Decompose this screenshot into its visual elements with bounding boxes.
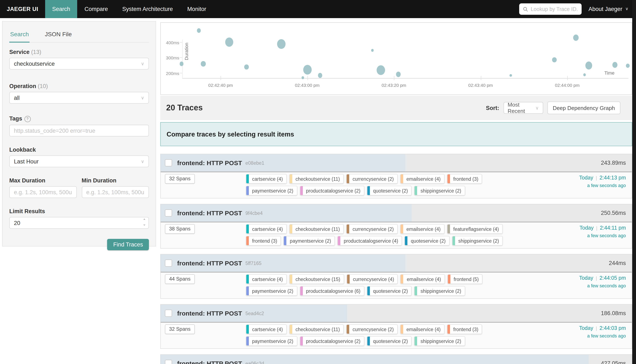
trace-select-checkbox[interactable] (165, 260, 172, 267)
min-duration-input[interactable] (82, 186, 149, 198)
trace-scatter-point[interactable] (201, 61, 206, 67)
trace-card-header[interactable]: frontend: HTTP POST9f4cbe4250.56ms (161, 204, 632, 222)
tags-input[interactable] (9, 125, 149, 136)
trace-scatter-point[interactable] (301, 76, 304, 80)
trace-card-header[interactable]: frontend: HTTP POSTe08ebe1243.89ms (161, 154, 632, 172)
results-column: Duration Time 400ms300ms200ms02:42:40 pm… (160, 22, 632, 364)
trace-scatter-point[interactable] (244, 64, 249, 70)
trace-scatter-point[interactable] (573, 34, 579, 41)
service-chip[interactable]: currencyservice (2) (346, 174, 398, 184)
service-chip[interactable]: featureflagservice (4) (447, 224, 503, 234)
service-chip[interactable]: frontend (3) (447, 174, 482, 184)
trace-select-checkbox[interactable] (165, 159, 172, 166)
nav-item-compare[interactable]: Compare (77, 0, 115, 18)
trace-scatter-point[interactable] (396, 72, 401, 77)
max-duration-input[interactable] (9, 186, 77, 198)
service-chip[interactable]: cartservice (4) (246, 224, 286, 234)
service-chip[interactable]: paymentservice (2) (283, 236, 335, 246)
service-chip[interactable]: cartservice (4) (246, 174, 286, 184)
trace-id-search-input[interactable]: Lookup by Trace ID... (519, 3, 582, 15)
trace-card-header[interactable]: frontend: HTTP POSTea06c2d427.05ms (161, 355, 632, 364)
scrollbar[interactable] (632, 0, 636, 364)
stepper-down-icon[interactable]: ⌄ (143, 222, 146, 226)
trace-result-card[interactable]: frontend: HTTP POST5ead4c2186.08ms32 Spa… (160, 304, 632, 349)
tab-json-file[interactable]: JSON File (44, 28, 73, 42)
service-chip[interactable]: frontend (3) (447, 324, 482, 334)
service-chip[interactable]: checkoutservice (11) (289, 174, 344, 184)
service-chip[interactable]: cartservice (4) (246, 324, 286, 334)
trace-scatter-point[interactable] (318, 73, 323, 78)
trace-scatter-point[interactable] (510, 74, 512, 77)
duration-scatter-chart[interactable]: Duration Time 400ms300ms200ms02:42:40 pm… (160, 22, 632, 95)
trace-scatter-point[interactable] (371, 49, 374, 52)
nav-item-system-architecture[interactable]: System Architecture (115, 0, 180, 18)
service-chip[interactable]: cartservice (4) (246, 274, 286, 284)
nav-item-monitor[interactable]: Monitor (180, 0, 213, 18)
service-chip[interactable]: quoteservice (2) (367, 286, 412, 296)
trace-scatter-point[interactable] (612, 62, 617, 68)
service-chip[interactable]: emailservice (4) (400, 224, 444, 234)
service-chip[interactable]: currencyservice (4) (347, 274, 398, 284)
deep-dependency-graph-button[interactable]: Deep Dependency Graph (547, 102, 620, 114)
service-chip[interactable]: productcatalogservice (2) (300, 186, 364, 196)
trace-result-card[interactable]: frontend: HTTP POST9f4cbe4250.56ms38 Spa… (160, 204, 632, 248)
trace-card-header[interactable]: frontend: HTTP POST5ead4c2186.08ms (161, 304, 632, 323)
service-chip[interactable]: quoteservice (2) (367, 336, 412, 346)
find-traces-button[interactable]: Find Traces (107, 239, 149, 250)
trace-scatter-point[interactable] (225, 38, 233, 47)
trace-date-line[interactable]: Today|2:44:03 pm (579, 325, 626, 331)
service-chip[interactable]: paymentservice (2) (246, 186, 297, 196)
service-chip[interactable]: shippingservice (2) (452, 236, 503, 246)
trace-scatter-point[interactable] (583, 73, 586, 76)
service-chip[interactable]: shippingservice (2) (414, 286, 465, 296)
service-chip[interactable]: emailservice (4) (400, 324, 444, 334)
service-chip[interactable]: productcatalogservice (6) (300, 286, 364, 296)
trace-scatter-point[interactable] (626, 64, 630, 68)
trace-select-checkbox[interactable] (165, 310, 172, 317)
trace-result-card[interactable]: frontend: HTTP POSTea06c2d427.05ms38 Spa… (160, 354, 632, 364)
trace-scatter-point[interactable] (277, 39, 285, 49)
trace-date-line[interactable]: Today|2:44:11 pm (579, 225, 626, 231)
service-chip[interactable]: checkoutservice (15) (289, 274, 344, 284)
trace-card-header[interactable]: frontend: HTTP POST5ff7165244ms (161, 254, 632, 272)
trace-select-checkbox[interactable] (165, 210, 172, 216)
tab-search[interactable]: Search (9, 28, 30, 42)
operation-select[interactable]: all ∨ (9, 92, 149, 104)
trace-scatter-point[interactable] (586, 62, 592, 70)
service-chip[interactable]: productcatalogservice (4) (338, 236, 402, 246)
service-chip[interactable]: emailservice (4) (401, 274, 445, 284)
service-chip[interactable]: paymentservice (2) (246, 286, 297, 296)
service-chip[interactable]: currencyservice (2) (346, 224, 398, 234)
service-chip[interactable]: checkoutservice (11) (289, 324, 344, 334)
service-chip[interactable]: frontend (5) (447, 274, 482, 284)
trace-scatter-point[interactable] (303, 65, 311, 75)
service-chip[interactable]: shippingservice (2) (414, 336, 465, 346)
limit-results-input[interactable] (9, 217, 149, 229)
service-chip[interactable]: quoteservice (2) (367, 186, 412, 196)
service-select[interactable]: checkoutservice ∨ (9, 58, 149, 70)
service-color-strip (300, 186, 302, 195)
service-chip[interactable]: productcatalogservice (2) (300, 336, 364, 346)
trace-select-checkbox[interactable] (165, 360, 172, 364)
sort-select[interactable]: Most Recent ∨ (503, 102, 543, 114)
service-chip[interactable]: paymentservice (2) (246, 336, 297, 346)
trace-date-line[interactable]: Today|2:44:05 pm (579, 275, 626, 281)
service-chip[interactable]: quoteservice (2) (405, 236, 449, 246)
trace-scatter-point[interactable] (377, 65, 385, 75)
service-chip[interactable]: currencyservice (2) (346, 324, 398, 334)
service-chip[interactable]: checkoutservice (11) (289, 224, 344, 234)
trace-result-card[interactable]: frontend: HTTP POST5ff7165244ms44 Spansc… (160, 254, 632, 299)
service-chip[interactable]: frontend (3) (246, 236, 281, 246)
trace-result-card[interactable]: frontend: HTTP POSTe08ebe1243.89ms32 Spa… (160, 154, 632, 198)
lookback-select[interactable]: Last Hour ∨ (9, 156, 149, 167)
trace-scatter-point[interactable] (197, 28, 201, 33)
trace-date-line[interactable]: Today|2:44:13 pm (579, 175, 626, 181)
about-jaeger-menu[interactable]: About Jaeger ∨ (582, 0, 636, 18)
trace-scatter-point[interactable] (552, 57, 556, 62)
help-icon[interactable]: ? (24, 116, 31, 122)
number-stepper[interactable]: ⌃⌄ (143, 219, 146, 226)
trace-scatter-point[interactable] (180, 62, 183, 66)
service-chip[interactable]: emailservice (4) (400, 174, 444, 184)
nav-item-search[interactable]: Search (45, 0, 77, 18)
service-chip[interactable]: shippingservice (2) (414, 186, 465, 196)
